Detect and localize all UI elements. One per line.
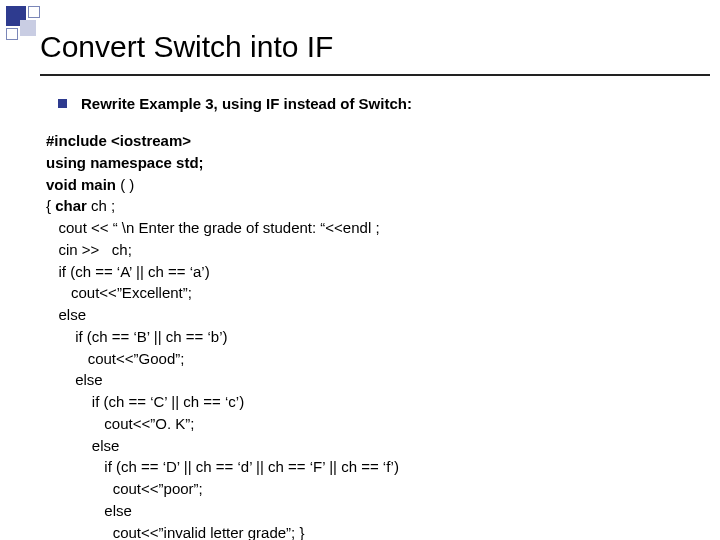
code-line: if (ch == ‘C’ || ch == ‘c’) (46, 393, 244, 410)
code-line: else (46, 371, 103, 388)
deco-square-outline-left (6, 28, 18, 40)
code-line: else (46, 437, 119, 454)
code-line: cout<<”O. K”; (46, 415, 194, 432)
title-underline (40, 74, 710, 76)
code-line: char (55, 197, 87, 214)
code-line: cout<<”Good”; (46, 350, 184, 367)
deco-square-outline-top (28, 6, 40, 18)
code-line: using namespace std; (46, 154, 204, 171)
code-line: ( ) (116, 176, 134, 193)
deco-square-light (20, 20, 36, 36)
code-line: { (46, 197, 55, 214)
code-line: if (ch == ‘D’ || ch == ‘d’ || ch == ‘F’ … (46, 458, 399, 475)
bullet-square-icon (58, 99, 67, 108)
code-line: if (ch == ‘A’ || ch == ‘a’) (46, 263, 210, 280)
slide-title: Convert Switch into IF (40, 30, 333, 64)
bullet-item: Rewrite Example 3, using IF instead of S… (58, 95, 412, 112)
code-line: else cout<<”invalid letter grade”; } (46, 502, 304, 540)
code-line: cout<<”poor”; (46, 480, 203, 497)
code-line: cout << “ \n Enter the grade of student:… (46, 219, 380, 236)
code-line: cout<<”Excellent”; (46, 284, 192, 301)
code-line: cin >> ch; (46, 241, 132, 258)
code-line: if (ch == ‘B’ || ch == ‘b’) (46, 328, 227, 345)
code-line: else (46, 306, 86, 323)
bullet-text: Rewrite Example 3, using IF instead of S… (81, 95, 412, 112)
code-block: #include <iostream> using namespace std;… (46, 130, 399, 540)
code-line: void main (46, 176, 116, 193)
slide: Convert Switch into IF Rewrite Example 3… (0, 0, 720, 540)
code-line: #include <iostream> (46, 132, 191, 149)
code-line: ch ; (87, 197, 115, 214)
